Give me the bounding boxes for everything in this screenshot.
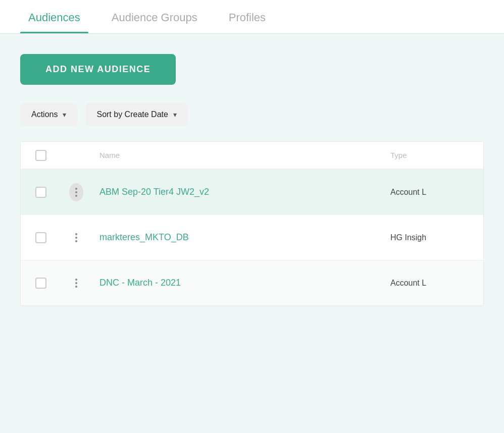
actions-dropdown-button[interactable]: Actions ▾ xyxy=(20,103,77,126)
header-type-cell: Type xyxy=(382,142,483,169)
row-3-name[interactable]: DNC - March - 2021 xyxy=(99,278,181,288)
header-name-cell: Name xyxy=(91,142,382,169)
row-2-type: HG Insigh xyxy=(390,233,426,242)
select-all-checkbox[interactable] xyxy=(35,150,46,161)
table-header: Name Type xyxy=(21,142,483,170)
row-2-name[interactable]: markteres_MKTO_DB xyxy=(99,232,189,243)
row-1-type-cell: Account L xyxy=(382,179,483,206)
dot-icon xyxy=(75,286,77,288)
dot-icon xyxy=(75,195,77,197)
table-row: markteres_MKTO_DB HG Insigh xyxy=(21,215,483,260)
filter-row: Actions ▾ Sort by Create Date ▾ xyxy=(20,103,484,126)
row-1-name[interactable]: ABM Sep-20 Tier4 JW2_v2 xyxy=(99,187,209,197)
dot-icon xyxy=(75,188,77,190)
dot-icon xyxy=(75,282,77,284)
dot-icon xyxy=(75,191,77,193)
add-new-audience-button[interactable]: ADD NEW AUDIENCE xyxy=(20,54,176,85)
row-3-checkbox-cell xyxy=(21,278,61,289)
tabs-container: Audiences Audience Groups Profiles xyxy=(0,0,504,34)
row-3-actions-cell xyxy=(61,265,91,301)
row-1-type: Account L xyxy=(390,188,426,197)
header-actions-cell xyxy=(61,142,91,169)
table-container: Name Type ABM xyxy=(20,141,484,306)
row-1-name-cell: ABM Sep-20 Tier4 JW2_v2 xyxy=(91,178,382,206)
row-2-name-cell: markteres_MKTO_DB xyxy=(91,223,382,252)
row-3-actions-button[interactable] xyxy=(69,274,83,292)
tab-profiles[interactable]: Profiles xyxy=(221,0,274,33)
row-1-actions-button[interactable] xyxy=(69,183,83,201)
tab-audiences[interactable]: Audiences xyxy=(20,0,88,33)
row-2-actions-button[interactable] xyxy=(69,229,83,247)
row-3-type: Account L xyxy=(390,279,426,288)
header-checkbox-cell xyxy=(21,142,61,169)
main-content: ADD NEW AUDIENCE Actions ▾ Sort by Creat… xyxy=(0,34,504,321)
row-3-checkbox[interactable] xyxy=(35,278,46,289)
dot-icon xyxy=(75,237,77,239)
row-2-checkbox-cell xyxy=(21,232,61,243)
sort-chevron-icon: ▾ xyxy=(173,111,177,119)
table-row: ABM Sep-20 Tier4 JW2_v2 Account L xyxy=(21,170,483,215)
header-type-label: Type xyxy=(390,151,407,159)
row-1-actions-cell xyxy=(61,174,91,210)
header-name-label: Name xyxy=(99,151,120,159)
row-2-actions-cell xyxy=(61,220,91,256)
row-2-checkbox[interactable] xyxy=(35,232,46,243)
dot-icon xyxy=(75,279,77,281)
row-1-checkbox[interactable] xyxy=(35,187,46,198)
dot-icon xyxy=(75,240,77,242)
row-3-name-cell: DNC - March - 2021 xyxy=(91,268,382,297)
row-3-type-cell: Account L xyxy=(382,269,483,297)
table-row: DNC - March - 2021 Account L xyxy=(21,260,483,306)
row-2-type-cell: HG Insigh xyxy=(382,224,483,251)
actions-chevron-icon: ▾ xyxy=(63,111,66,119)
row-1-checkbox-cell xyxy=(21,187,61,198)
sort-dropdown-button[interactable]: Sort by Create Date ▾ xyxy=(85,103,187,126)
tab-audience-groups[interactable]: Audience Groups xyxy=(104,0,206,33)
dot-icon xyxy=(75,233,77,235)
page-container: Audiences Audience Groups Profiles ADD N… xyxy=(0,0,504,433)
